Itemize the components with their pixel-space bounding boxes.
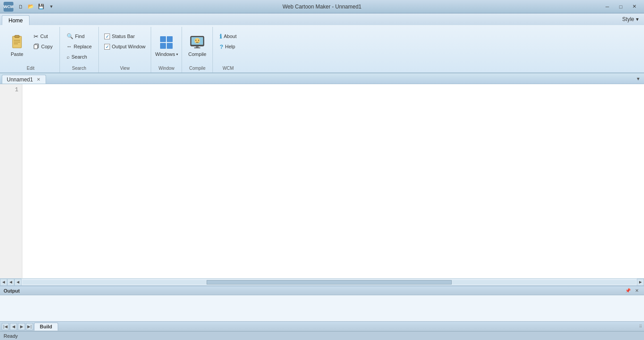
status-bar: Ready [0,331,644,340]
wcm-group-label: WCM [216,65,240,71]
search-button[interactable]: ⌕ Search [64,52,95,62]
nav-first-button[interactable]: |◀ [2,323,9,330]
scroll-left-arrow[interactable]: ◀ [0,279,7,286]
svg-rect-1 [15,35,19,38]
output-header: Output 📌 ✕ [0,286,644,295]
output-controls: 📌 ✕ [624,288,640,294]
compile-label: Compile [188,51,206,57]
style-dropdown[interactable]: Style ▾ [619,15,642,23]
status-text: Ready [4,333,18,339]
scroll-right-arrow[interactable]: ▶ [637,279,644,286]
save-button[interactable]: 💾 [37,2,46,11]
search-btns-col: 🔍 Find ↔ Replace ⌕ Search [64,30,95,62]
title-bar: WCM 🗋 📂 💾 ▾ Web Cartoon Maker - Unnamed1… [0,0,644,13]
window-controls: ─ □ ✕ [601,2,640,11]
scroll-left-arrow-2[interactable]: ◀ [7,279,14,286]
build-tab[interactable]: Build [34,323,58,331]
doc-tab-dropdown[interactable]: ▾ [634,75,642,83]
binoculars-icon: 🔍 [67,33,73,39]
windows-icon [158,34,174,51]
scissors-icon: ✂ [34,33,38,40]
output-window-label: Output Window [112,44,145,49]
compile-icon [189,34,205,51]
quick-access-dropdown[interactable]: ▾ [47,2,56,11]
h-scroll-area: ◀ ◀ ◀ ▶ [0,278,644,285]
doc-tab-unnamed1[interactable]: Unnamed1 ✕ [2,75,46,84]
copy-label: Copy [41,44,53,49]
style-label: Style [622,16,634,22]
svg-rect-10 [167,43,173,49]
cut-label: Cut [40,34,48,39]
h-scrollbar-thumb[interactable] [207,280,452,285]
about-button[interactable]: ℹ About [216,31,240,41]
style-chevron-icon: ▾ [636,16,639,22]
status-bar-toggle[interactable]: ✓ Status Bar [102,31,147,41]
copy-icon [34,43,39,50]
windows-button[interactable]: Windows ▾ [155,30,178,62]
window-title: Web Cartoon Maker - Unnamed1 [283,4,362,10]
nav-prev-button[interactable]: ◀ [10,323,17,330]
edit-group-label: Edit [5,65,56,71]
about-label: About [224,34,237,39]
output-content [0,295,644,321]
paste-button[interactable]: Paste [5,30,29,62]
close-button[interactable]: ✕ [628,2,640,11]
copy-button[interactable]: Copy [30,42,56,51]
ribbon-tabs: Home Style ▾ [0,13,644,25]
svg-rect-9 [160,43,166,49]
title-bar-left: WCM 🗋 📂 💾 ▾ [4,2,56,12]
minimize-button[interactable]: ─ [601,2,614,11]
view-group-content: ✓ Status Bar ✓ Output Window [102,28,147,65]
question-icon: ? [220,43,223,50]
quick-access-toolbar: 🗋 📂 💾 ▾ [16,2,56,11]
line-numbers: 1 [0,84,22,278]
maximize-button[interactable]: □ [614,2,627,11]
h-scrollbar-track[interactable] [22,280,636,285]
search-group-content: 🔍 Find ↔ Replace ⌕ Search [64,28,95,65]
compile-group-content: Compile [186,28,209,65]
output-pin-button[interactable]: 📌 [624,288,631,294]
new-button[interactable]: 🗋 [16,2,25,11]
editor-content[interactable] [22,84,644,278]
output-title: Output [4,288,20,293]
wcm-group-content: ℹ About ? Help [216,28,240,65]
replace-icon: ↔ [67,43,72,50]
output-close-button[interactable]: ✕ [633,288,640,294]
info-icon: ℹ [220,33,222,40]
find-button[interactable]: 🔍 Find [64,31,95,41]
svg-point-15 [198,40,199,41]
ribbon: Paste ✂ Cut Copy Ed [0,25,644,73]
ribbon-group-search: 🔍 Find ↔ Replace ⌕ Search Search [60,27,99,72]
resize-handle[interactable]: ⠿ [639,324,642,329]
svg-rect-8 [167,36,173,42]
edit-group-content: Paste ✂ Cut Copy [5,28,56,65]
app-logo: WCM [4,2,13,12]
open-button[interactable]: 📂 [26,2,35,11]
search-icon: ⌕ [67,54,70,60]
compile-button[interactable]: Compile [186,30,209,62]
compile-group-label: Compile [186,65,209,71]
scroll-left-arrow-3[interactable]: ◀ [14,279,21,286]
view-col: ✓ Status Bar ✓ Output Window [102,30,147,51]
nav-next-button[interactable]: ▶ [18,323,25,330]
replace-label: Replace [74,44,92,49]
windows-label-area: Windows ▾ [155,51,178,57]
output-window-checkbox[interactable]: ✓ [104,44,110,50]
help-button[interactable]: ? Help [216,42,240,51]
editor-container: 1 [0,84,644,278]
nav-last-button[interactable]: ▶| [26,323,33,330]
output-window-toggle[interactable]: ✓ Output Window [102,42,147,51]
window-group-content: Windows ▾ [155,28,178,65]
doc-tab-label: Unnamed1 [7,76,33,83]
windows-dropdown-icon: ▾ [176,52,178,56]
svg-rect-17 [194,47,200,48]
tab-home[interactable]: Home [2,15,30,25]
cut-button[interactable]: ✂ Cut [30,31,56,41]
ribbon-group-view: ✓ Status Bar ✓ Output Window View [99,27,151,72]
ribbon-group-window: Windows ▾ Window [151,27,182,72]
status-bar-checkbox[interactable]: ✓ [104,34,110,39]
ribbon-group-edit: Paste ✂ Cut Copy Ed [2,27,60,72]
doc-tab-close-button[interactable]: ✕ [36,77,41,82]
replace-button[interactable]: ↔ Replace [64,42,95,51]
svg-rect-7 [160,36,166,42]
